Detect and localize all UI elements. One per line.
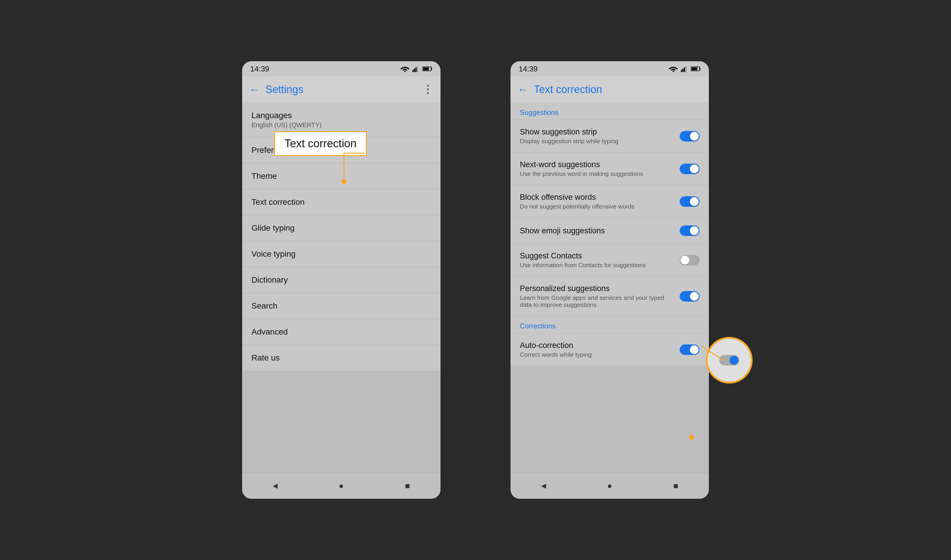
svg-rect-1: [412, 70, 414, 72]
settings-menu-item-7[interactable]: Search: [242, 293, 440, 319]
signal-icon: [412, 66, 420, 72]
toggle-item-0-3[interactable]: Show emoji suggestions: [511, 218, 709, 244]
toggle-knob-0-0: [690, 132, 699, 141]
toggle-in-circle: [719, 355, 739, 365]
svg-rect-13: [684, 68, 685, 72]
toggle-item-text-0-0: Show suggestion stripDisplay suggestion …: [520, 128, 680, 145]
svg-rect-12: [682, 69, 683, 72]
nav-back-right[interactable]: ◄: [535, 477, 552, 495]
battery-icon: [422, 66, 432, 71]
nav-recents-left[interactable]: ■: [399, 477, 416, 495]
svg-rect-6: [431, 68, 432, 70]
back-button-left[interactable]: ←: [249, 83, 260, 96]
nav-bar-left: ◄ ● ■: [242, 472, 440, 499]
settings-list: LanguagesEnglish (US) (QWERTY)Preference…: [242, 103, 440, 472]
toggle-switch-0-3[interactable]: [680, 225, 700, 236]
settings-menu-item-5[interactable]: Voice typing: [242, 241, 440, 267]
toggle-item-0-0[interactable]: Show suggestion stripDisplay suggestion …: [511, 120, 709, 152]
toggle-title-0-4: Suggest Contacts: [520, 251, 674, 260]
toggle-switch-0-0[interactable]: [680, 131, 700, 142]
settings-menu-item-8[interactable]: Advanced: [242, 319, 440, 345]
section-header-0: Suggestions: [511, 103, 709, 120]
status-icons-left: [400, 66, 432, 72]
wifi-icon-right: [669, 66, 678, 72]
toggle-switch-1-0[interactable]: [680, 345, 700, 355]
settings-item-title-9: Rate us: [251, 353, 431, 363]
app-title-left: Settings: [265, 83, 417, 96]
toggle-item-text-1-0: Auto-correctionCorrect words while typin…: [520, 341, 680, 358]
toggle-subtitle-1-0: Correct words while typing: [520, 351, 674, 358]
settings-menu-item-2[interactable]: Theme: [242, 163, 440, 189]
nav-bar-right: ◄ ● ■: [511, 472, 709, 499]
nav-home-right[interactable]: ●: [601, 477, 619, 495]
toggle-item-0-2[interactable]: Block offensive wordsDo not suggest pote…: [511, 185, 709, 218]
settings-item-subtitle-0: English (US) (QWERTY): [251, 122, 431, 129]
toggle-title-0-0: Show suggestion strip: [520, 128, 674, 137]
toggle-switch-0-1[interactable]: [680, 164, 700, 174]
status-bar-left: 14:39: [242, 61, 440, 77]
toggle-item-0-1[interactable]: Next-word suggestionsUse the previous wo…: [511, 152, 709, 185]
nav-back-left[interactable]: ◄: [266, 477, 284, 495]
text-correction-list: SuggestionsShow suggestion stripDisplay …: [511, 103, 709, 472]
app-title-right: Text correction: [534, 83, 702, 96]
toggle-title-0-1: Next-word suggestions: [520, 160, 674, 169]
svg-rect-17: [691, 68, 697, 70]
settings-menu-item-3[interactable]: Text correction: [242, 189, 440, 215]
settings-menu-item-9[interactable]: Rate us: [242, 345, 440, 371]
toggle-subtitle-0-0: Display suggestion strip while typing: [520, 138, 674, 145]
status-bar-right: 14:39: [511, 61, 709, 77]
svg-point-0: [404, 71, 406, 72]
toggle-knob-0-1: [690, 165, 699, 173]
status-icons-right: [669, 66, 701, 72]
svg-rect-3: [415, 68, 417, 72]
toggle-item-text-0-1: Next-word suggestionsUse the previous wo…: [520, 160, 680, 177]
toggle-subtitle-0-2: Do not suggest potentially offensive wor…: [520, 203, 674, 210]
toggle-knob-0-3: [690, 226, 699, 235]
settings-item-title-0: Languages: [251, 111, 431, 120]
toggle-item-text-0-5: Personalized suggestionsLearn from Googl…: [520, 284, 680, 308]
toggle-item-0-5[interactable]: Personalized suggestionsLearn from Googl…: [511, 277, 709, 316]
toggle-switch-0-4[interactable]: [680, 255, 700, 265]
toggle-item-0-4[interactable]: Suggest ContactsUse information from Con…: [511, 244, 709, 277]
svg-rect-7: [423, 68, 429, 70]
svg-rect-11: [681, 70, 682, 72]
back-button-right[interactable]: ←: [517, 83, 528, 96]
battery-icon-right: [691, 66, 701, 71]
toggle-title-0-3: Show emoji suggestions: [520, 226, 674, 235]
toggle-subtitle-0-1: Use the previous word in making suggesti…: [520, 170, 674, 177]
toggle-knob-1-0: [690, 345, 699, 354]
settings-item-title-1: Preferences: [251, 146, 431, 155]
toggle-item-text-0-2: Block offensive wordsDo not suggest pote…: [520, 193, 680, 210]
toggle-title-0-5: Personalized suggestions: [520, 284, 674, 293]
section-header-1: Corrections: [511, 316, 709, 333]
circle-highlight: [706, 337, 752, 383]
toggle-knob-0-2: [690, 197, 699, 206]
toggle-item-text-0-3: Show emoji suggestions: [520, 226, 680, 235]
nav-home-left[interactable]: ●: [332, 477, 350, 495]
nav-recents-right[interactable]: ■: [667, 477, 685, 495]
toggle-title-0-2: Block offensive words: [520, 193, 674, 202]
toggle-item-text-0-4: Suggest ContactsUse information from Con…: [520, 251, 680, 269]
settings-item-title-7: Search: [251, 301, 431, 311]
toggle-item-1-0[interactable]: Auto-correctionCorrect words while typin…: [511, 333, 709, 366]
toggle-knob-0-4: [680, 256, 689, 265]
settings-menu-item-6[interactable]: Dictionary: [242, 267, 440, 293]
toggle-switch-0-2[interactable]: [680, 196, 700, 207]
time-left: 14:39: [250, 65, 269, 74]
toggle-title-1-0: Auto-correction: [520, 341, 674, 350]
right-phone: 14:39: [511, 61, 709, 499]
signal-icon-right: [681, 66, 688, 72]
knob-in-circle: [729, 356, 738, 365]
settings-menu-item-4[interactable]: Glide typing: [242, 215, 440, 241]
toggle-subtitle-0-5: Learn from Google apps and services and …: [520, 294, 674, 308]
toggle-switch-0-5[interactable]: [680, 291, 700, 302]
svg-point-10: [673, 71, 674, 72]
settings-menu-item-1[interactable]: Preferences: [242, 137, 440, 163]
more-button-left[interactable]: ⋮: [422, 83, 434, 96]
settings-item-title-8: Advanced: [251, 327, 431, 337]
settings-item-title-4: Glide typing: [251, 223, 431, 233]
settings-menu-item-0[interactable]: LanguagesEnglish (US) (QWERTY): [242, 103, 440, 137]
app-bar-left: ← Settings ⋮: [242, 77, 440, 103]
left-phone: 14:39: [242, 61, 440, 499]
svg-rect-14: [685, 66, 686, 72]
